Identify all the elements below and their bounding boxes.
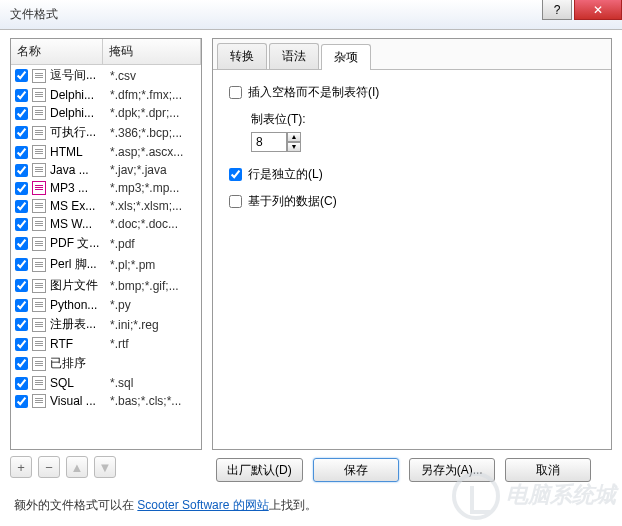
- list-item-name: Python...: [50, 298, 110, 312]
- add-button[interactable]: +: [10, 456, 32, 478]
- list-item-checkbox[interactable]: [15, 377, 28, 390]
- file-icon: [32, 279, 46, 293]
- window-title: 文件格式: [10, 6, 58, 23]
- column-based-checkbox[interactable]: [229, 195, 242, 208]
- file-icon: [32, 126, 46, 140]
- list-item-checkbox[interactable]: [15, 318, 28, 331]
- list-item-name: Perl 脚...: [50, 256, 110, 273]
- lines-independent-checkbox[interactable]: [229, 168, 242, 181]
- list-item[interactable]: RTF*.rtf: [11, 335, 201, 353]
- list-item-checkbox[interactable]: [15, 279, 28, 292]
- list-item-name: Delphi...: [50, 106, 110, 120]
- list-item-name: RTF: [50, 337, 110, 351]
- tab-bar: 转换 语法 杂项: [213, 39, 611, 70]
- list-item-mask: *.rtf: [110, 337, 197, 351]
- tab-convert[interactable]: 转换: [217, 43, 267, 69]
- list-item-mask: *.pl;*.pm: [110, 258, 197, 272]
- list-item-checkbox[interactable]: [15, 299, 28, 312]
- list-item[interactable]: 逗号间...*.csv: [11, 65, 201, 86]
- footer-text: 额外的文件格式可以在 Scooter Software 的网站上找到。: [14, 497, 317, 514]
- list-item-checkbox[interactable]: [15, 218, 28, 231]
- list-item-name: PDF 文...: [50, 235, 110, 252]
- list-item-checkbox[interactable]: [15, 89, 28, 102]
- file-icon: [32, 199, 46, 213]
- list-item-checkbox[interactable]: [15, 146, 28, 159]
- list-item[interactable]: SQL*.sql: [11, 374, 201, 392]
- list-item-name: 图片文件: [50, 277, 110, 294]
- file-icon: [32, 88, 46, 102]
- save-as-button[interactable]: 另存为(A)...: [409, 458, 495, 482]
- cancel-button[interactable]: 取消: [505, 458, 591, 482]
- file-icon: [32, 318, 46, 332]
- list-item-name: 逗号间...: [50, 67, 110, 84]
- list-item-mask: *.pdf: [110, 237, 197, 251]
- list-item-mask: *.ini;*.reg: [110, 318, 197, 332]
- tabstop-spin-down[interactable]: ▼: [287, 142, 301, 152]
- list-item-name: MS W...: [50, 217, 110, 231]
- list-item-name: MP3 ...: [50, 181, 110, 195]
- col-mask-header[interactable]: 掩码: [103, 39, 201, 64]
- remove-button[interactable]: −: [38, 456, 60, 478]
- factory-defaults-button[interactable]: 出厂默认(D): [216, 458, 303, 482]
- list-item-mask: *.jav;*.java: [110, 163, 197, 177]
- move-down-button[interactable]: ▼: [94, 456, 116, 478]
- list-item[interactable]: MS Ex...*.xls;*.xlsm;...: [11, 197, 201, 215]
- tab-misc[interactable]: 杂项: [321, 44, 371, 70]
- list-item-checkbox[interactable]: [15, 182, 28, 195]
- list-item-checkbox[interactable]: [15, 107, 28, 120]
- list-item[interactable]: MS W...*.doc;*.doc...: [11, 215, 201, 233]
- list-item[interactable]: Java ...*.jav;*.java: [11, 161, 201, 179]
- list-item-mask: *.asp;*.ascx...: [110, 145, 197, 159]
- list-header[interactable]: 名称 掩码: [11, 39, 201, 65]
- list-item[interactable]: PDF 文...*.pdf: [11, 233, 201, 254]
- list-item-checkbox[interactable]: [15, 237, 28, 250]
- save-button[interactable]: 保存: [313, 458, 399, 482]
- list-item[interactable]: 可执行...*.386;*.bcp;...: [11, 122, 201, 143]
- list-item-checkbox[interactable]: [15, 69, 28, 82]
- tab-syntax[interactable]: 语法: [269, 43, 319, 69]
- list-item-mask: *.sql: [110, 376, 197, 390]
- list-item[interactable]: Python...*.py: [11, 296, 201, 314]
- list-item-checkbox[interactable]: [15, 200, 28, 213]
- list-item-checkbox[interactable]: [15, 338, 28, 351]
- list-item[interactable]: 已排序: [11, 353, 201, 374]
- list-item-checkbox[interactable]: [15, 164, 28, 177]
- list-item[interactable]: MP3 ...*.mp3;*.mp...: [11, 179, 201, 197]
- move-up-button[interactable]: ▲: [66, 456, 88, 478]
- list-body[interactable]: 逗号间...*.csvDelphi...*.dfm;*.fmx;...Delph…: [11, 65, 201, 449]
- mp3-icon: [32, 181, 46, 195]
- file-format-list: 名称 掩码 逗号间...*.csvDelphi...*.dfm;*.fmx;..…: [10, 38, 202, 450]
- lines-independent-label: 行是独立的(L): [248, 166, 323, 183]
- file-icon: [32, 145, 46, 159]
- file-icon: [32, 357, 46, 371]
- list-item-name: Java ...: [50, 163, 110, 177]
- list-item[interactable]: Visual ...*.bas;*.cls;*...: [11, 392, 201, 410]
- list-item-checkbox[interactable]: [15, 126, 28, 139]
- list-item[interactable]: 图片文件*.bmp;*.gif;...: [11, 275, 201, 296]
- file-icon: [32, 376, 46, 390]
- list-item-name: Delphi...: [50, 88, 110, 102]
- list-item-name: HTML: [50, 145, 110, 159]
- close-button[interactable]: ✕: [574, 0, 622, 20]
- list-item[interactable]: 注册表...*.ini;*.reg: [11, 314, 201, 335]
- insert-spaces-checkbox[interactable]: [229, 86, 242, 99]
- list-item-checkbox[interactable]: [15, 395, 28, 408]
- list-item[interactable]: Perl 脚...*.pl;*.pm: [11, 254, 201, 275]
- file-icon: [32, 106, 46, 120]
- list-item[interactable]: Delphi...*.dpk;*.dpr;...: [11, 104, 201, 122]
- col-name-header[interactable]: 名称: [11, 39, 103, 64]
- list-item-checkbox[interactable]: [15, 258, 28, 271]
- list-item[interactable]: HTML*.asp;*.ascx...: [11, 143, 201, 161]
- help-button[interactable]: ?: [542, 0, 572, 20]
- tabstop-spin-up[interactable]: ▲: [287, 132, 301, 142]
- column-based-label: 基于列的数据(C): [248, 193, 337, 210]
- list-item-checkbox[interactable]: [15, 357, 28, 370]
- scooter-link[interactable]: Scooter Software 的网站: [137, 498, 268, 512]
- list-item-mask: *.bas;*.cls;*...: [110, 394, 197, 408]
- settings-panel: 转换 语法 杂项 插入空格而不是制表符(I) 制表位(T): ▲ ▼ 行是独立的…: [212, 38, 612, 450]
- list-item-mask: *.csv: [110, 69, 197, 83]
- title-bar: 文件格式 ? ✕: [0, 0, 622, 30]
- file-icon: [32, 163, 46, 177]
- list-item[interactable]: Delphi...*.dfm;*.fmx;...: [11, 86, 201, 104]
- tabstop-input[interactable]: [251, 132, 287, 152]
